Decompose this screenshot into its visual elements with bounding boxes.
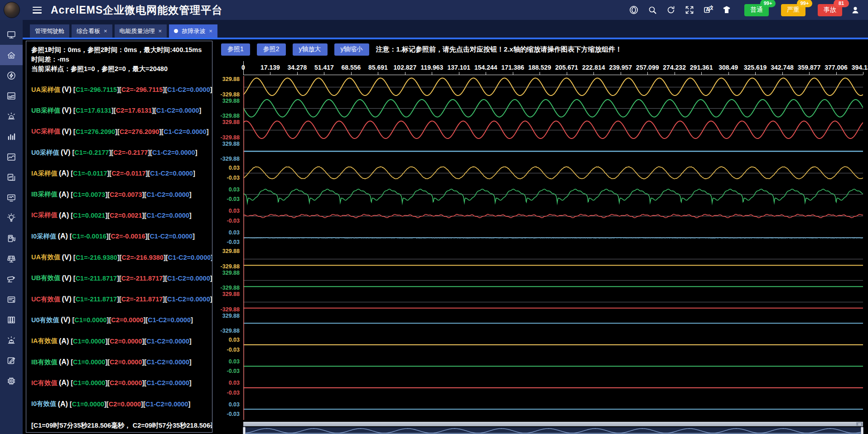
x-tick-label: 85.691: [368, 64, 388, 71]
fullscreen-icon[interactable]: [684, 5, 695, 15]
y-max-label-IC采样值: 0.03: [229, 208, 240, 214]
sidebar: [0, 20, 23, 434]
x-tick-mark: [486, 72, 486, 75]
y-min-label-IB采样值: -0.03: [227, 196, 240, 202]
c1-c2-value: C1-C2=0.0000: [167, 86, 210, 93]
x-tick-mark: [432, 72, 432, 75]
sidebar-item-device-panel[interactable]: [0, 289, 23, 310]
channel-row-IA有效值: IA有效值(A)[ C1=0.0000 ][ C2=0.0000 ][ C1-C…: [31, 331, 210, 352]
alarm-button-严重[interactable]: 严重99+: [781, 4, 805, 16]
datazoom-left-handle[interactable]: [243, 427, 246, 434]
sidebar-item-screen-monitor[interactable]: [0, 24, 23, 45]
sidebar-item-home[interactable]: [0, 45, 23, 65]
waveform-canvas[interactable]: [243, 76, 863, 420]
scrollbar-grip[interactable]: [856, 422, 863, 426]
tab-管理驾驶舱[interactable]: 管理驾驶舱: [30, 24, 69, 38]
x-tick-mark: [755, 72, 756, 75]
sidebar-item-edit-note[interactable]: [0, 350, 23, 371]
x-tick-mark: [324, 72, 324, 75]
channel-unit: (V): [62, 295, 71, 303]
chip-board-icon: [6, 376, 16, 386]
x-tick-mark: [243, 72, 244, 75]
datazoom-slider[interactable]: [243, 427, 863, 434]
datazoom-right-handle[interactable]: [861, 427, 863, 434]
y-max-label-IB采样值: 0.03: [229, 186, 240, 193]
chart-button-参照1[interactable]: 参照1: [221, 43, 250, 56]
sidebar-item-energy-circle[interactable]: [0, 65, 23, 86]
sidebar-item-idea-bulb[interactable]: [0, 208, 23, 228]
refresh-icon[interactable]: [665, 5, 676, 15]
c2-value: C2=-0.2177: [113, 149, 148, 156]
x-tick-label: 291.361: [690, 64, 713, 71]
archive-books-icon: [6, 315, 16, 325]
c2-value: C2=17.6131: [116, 107, 152, 114]
x-tick-label: 257.099: [636, 64, 659, 71]
user-icon[interactable]: [850, 5, 861, 15]
c1-c2-value: C1-C2=0.0000: [150, 170, 193, 177]
alarm-button-普通[interactable]: 普通99+: [744, 4, 769, 16]
tab-综合看板[interactable]: 综合看板×: [72, 24, 112, 38]
translate-icon[interactable]: A文: [703, 5, 714, 15]
c1-value: C1=-0.2177: [74, 149, 109, 156]
bracket: ]: [210, 86, 212, 93]
x-tick-label: 239.957: [609, 64, 632, 71]
sidebar-item-chip-board[interactable]: [0, 371, 23, 391]
chart-button-参照2[interactable]: 参照2: [257, 43, 286, 56]
search-icon[interactable]: [647, 5, 658, 15]
menu-icon[interactable]: [33, 7, 42, 14]
channel-unit: (A): [59, 358, 69, 366]
channel-unit: (A): [59, 211, 69, 219]
channel-unit: (V): [62, 274, 71, 282]
chart-button-y轴放大[interactable]: y轴放大: [293, 43, 328, 56]
sidebar-item-bar-chart[interactable]: [0, 126, 23, 147]
bracket: ][: [145, 233, 150, 240]
user-avatar[interactable]: [4, 2, 20, 18]
channel-unit: (A): [59, 191, 69, 199]
channel-value-list: UA采样值(V)[ C1=-296.7115 ][ C2=-296.7115 ]…: [31, 79, 210, 415]
c1-c2-value: C1-C2=0.0000: [146, 338, 189, 345]
channel-row-IB采样值: IB采样值(A)[ C1=0.0073 ][ C2=0.0073 ][ C1-C…: [31, 184, 210, 205]
c2-value: C2=0.0000: [110, 358, 142, 366]
ev-charger-icon: [6, 234, 16, 243]
x-tick-mark: [782, 72, 783, 75]
channel-unit: (V): [61, 148, 70, 157]
c1-c2-value: C1-C2=0.0000: [145, 401, 188, 408]
y-max-label-U0有效值: 329.88: [222, 313, 240, 319]
tab-电能质量治理[interactable]: 电能质量治理×: [115, 24, 167, 38]
c2-value: C2=0.0021: [110, 212, 142, 219]
y-max-label-IC有效值: 0.03: [229, 380, 240, 386]
tab-label: 管理驾驶舱: [35, 27, 64, 35]
y-min-label-UC有效值: -329.88: [221, 306, 240, 313]
cursor-timestamps: [C1=09时57分35秒218.506毫秒， C2=09时57分35秒218.…: [31, 421, 212, 430]
channel-name: IB有效值: [31, 358, 58, 367]
c1-value: C1=0.0000: [72, 401, 104, 408]
horizontal-scrollbar[interactable]: [243, 422, 863, 426]
tab-close-icon[interactable]: ×: [104, 28, 107, 34]
sidebar-item-trend-chart[interactable]: [0, 147, 23, 167]
x-tick-mark: [863, 72, 863, 75]
alarm-button-事故[interactable]: 事故81: [818, 4, 842, 16]
channel-name: UC采样值: [31, 127, 60, 136]
tab-故障录波[interactable]: 故障录波×: [169, 24, 217, 38]
sidebar-item-screen-trend[interactable]: [0, 187, 23, 208]
sidebar-item-load-curve[interactable]: [0, 86, 23, 106]
channel-row-IA采样值: IA采样值(A)[ C1=-0.0117 ][ C2=-0.0117 ][ C1…: [31, 163, 210, 184]
x-tick-label: 274.232: [663, 64, 686, 71]
sidebar-item-ev-charger[interactable]: [0, 228, 23, 248]
sidebar-item-cctv-camera[interactable]: [0, 269, 23, 289]
sidebar-item-photo-report[interactable]: [0, 167, 23, 187]
tab-close-icon[interactable]: ×: [209, 28, 212, 34]
channel-name: U0有效值: [31, 316, 59, 324]
record-icon[interactable]: [628, 5, 639, 15]
sidebar-item-pv-panel[interactable]: [0, 248, 23, 269]
x-tick-mark: [459, 72, 459, 75]
c2-value: C2=0.0000: [110, 379, 142, 386]
theme-icon[interactable]: [721, 5, 732, 15]
sidebar-item-alarm-siren[interactable]: [0, 106, 23, 126]
sidebar-item-alarm-light[interactable]: [0, 330, 23, 350]
device-panel-icon: [6, 295, 16, 305]
sidebar-item-archive-books[interactable]: [0, 310, 23, 330]
y-min-label-U0采样值: -329.88: [221, 156, 240, 162]
tab-close-icon[interactable]: ×: [159, 28, 162, 34]
chart-button-y轴缩小[interactable]: y轴缩小: [334, 43, 369, 56]
